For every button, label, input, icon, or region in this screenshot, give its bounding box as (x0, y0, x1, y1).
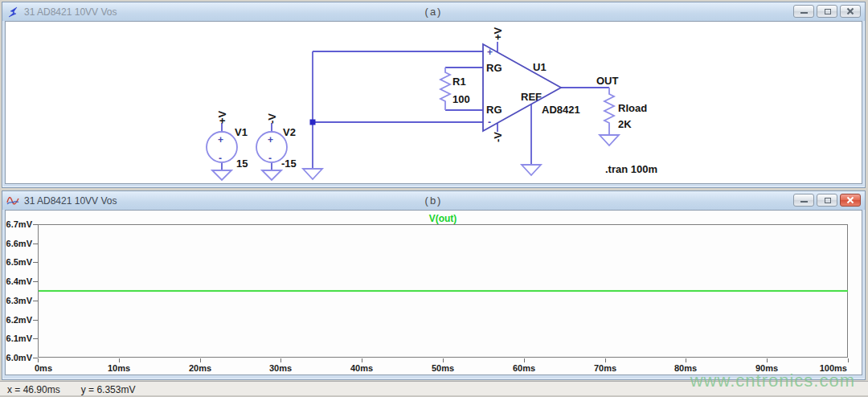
trace-legend-vout[interactable]: V(out) (38, 213, 848, 224)
rload-ground-symbol[interactable] (600, 135, 619, 145)
y-tick-label: 6.5mV (6, 257, 32, 267)
v1-value[interactable]: 15 (236, 158, 248, 170)
close-button[interactable] (840, 194, 861, 207)
r1-resistor[interactable] (440, 68, 450, 110)
minimize-button[interactable] (793, 194, 814, 207)
v2-value[interactable]: -15 (281, 158, 297, 170)
opamp-minus-input: - (488, 117, 491, 128)
schematic-icon (6, 6, 19, 18)
watermark: www.cntronics.com (690, 370, 855, 391)
vout-trace[interactable] (39, 290, 848, 292)
x-tick-label: 10ms (108, 363, 130, 373)
rload-resistor[interactable] (604, 88, 614, 135)
opamp-symbol[interactable] (483, 44, 561, 131)
y-tick-label: 6.3mV (6, 296, 32, 305)
x-tick-label: 20ms (189, 363, 211, 373)
opamp-ref-pin: REF (521, 91, 542, 103)
spice-directive[interactable]: .tran 100m (605, 163, 657, 175)
v2-plus-sign: + (268, 134, 273, 145)
waveform-pane[interactable]: V(out) 6.7mV 6.6mV 6.5mV 6.4mV 6.3mV 6.2… (5, 210, 862, 375)
restore-button[interactable] (817, 5, 837, 18)
v2-minus-sign: - (268, 153, 272, 164)
y-tick-label: 6.1mV (6, 334, 32, 343)
y-tick-label: 6.6mV (6, 239, 32, 248)
opamp-rg-top-pin: RG (486, 62, 502, 74)
waveform-icon (6, 194, 19, 207)
x-tick-label: 40ms (350, 363, 373, 373)
figure-annotation-b: (b) (425, 194, 443, 207)
restore-icon (825, 9, 831, 14)
window-title: 31 AD8421 10VV Vos (24, 195, 117, 207)
wire-junction-node[interactable] (310, 120, 316, 125)
x-tick-label: 50ms (432, 363, 454, 373)
v1-plus-sign: + (218, 134, 223, 145)
opamp-vminus-flag[interactable]: -V (492, 132, 504, 142)
input-ground-symbol[interactable] (303, 169, 322, 179)
cursor-x-readout: x = 46.90ms (7, 384, 60, 395)
rload-name[interactable]: Rload (618, 102, 647, 114)
opamp-rg-bottom-pin: RG (486, 104, 502, 116)
out-net-label[interactable]: OUT (596, 75, 619, 87)
r1-name[interactable]: R1 (452, 76, 466, 88)
close-button[interactable] (840, 5, 861, 18)
v2-name[interactable]: V2 (283, 126, 296, 138)
v2-ground-symbol[interactable] (262, 170, 281, 180)
waveform-titlebar[interactable]: 31 AD8421 10VV Vos (b) (2, 191, 865, 210)
v1-minus-sign: - (219, 153, 222, 164)
x-tick-label: 30ms (269, 363, 292, 373)
schematic-titlebar[interactable]: 31 AD8421 10VV Vos (a) (2, 2, 865, 21)
schematic-drawing: + - +V V1 15 + - -V V2 -15 (6, 22, 862, 183)
y-tick-label: 6.0mV (6, 353, 32, 362)
opamp-part-number[interactable]: AD8421 (542, 104, 580, 116)
ref-ground-symbol[interactable] (522, 165, 541, 175)
restore-button[interactable] (817, 194, 837, 207)
schematic-window: 31 AD8421 10VV Vos (a) (2, 2, 866, 188)
opamp-plus-input: + (487, 47, 493, 58)
v1-net-flag[interactable]: +V (216, 110, 228, 124)
x-tick-label: 70ms (594, 363, 616, 373)
minimize-button[interactable] (793, 5, 814, 18)
opamp-name[interactable]: U1 (533, 61, 547, 73)
v1-name[interactable]: V1 (235, 126, 248, 138)
x-axis-ticks (38, 358, 849, 362)
opamp-vplus-flag[interactable]: +V (492, 27, 504, 40)
figure-annotation-a: (a) (425, 6, 443, 18)
rload-value[interactable]: 2K (618, 118, 632, 130)
minimize-icon (800, 12, 808, 14)
y-tick-label: 6.2mV (6, 315, 32, 325)
x-tick-label: 60ms (513, 363, 535, 373)
waveform-window: 31 AD8421 10VV Vos (b) V(out) 6.7mV 6.6m… (2, 190, 866, 380)
restore-icon (825, 198, 831, 203)
minimize-icon (800, 201, 808, 203)
y-tick-label: 6.7mV (6, 219, 32, 229)
x-tick-label: 0ms (35, 363, 52, 373)
r1-value[interactable]: 100 (452, 93, 470, 105)
y-tick-label: 6.4mV (6, 276, 32, 286)
cursor-y-readout: y = 6.353mV (81, 384, 136, 395)
v1-ground-symbol[interactable] (212, 170, 231, 180)
ltspice-desktop: 31 AD8421 10VV Vos (a) (0, 0, 868, 397)
schematic-canvas[interactable]: + - +V V1 15 + - -V V2 -15 (5, 21, 862, 184)
y-axis-ticks (33, 224, 38, 359)
window-title: 31 AD8421 10VV Vos (24, 6, 117, 18)
v2-net-flag[interactable]: -V (266, 113, 278, 124)
